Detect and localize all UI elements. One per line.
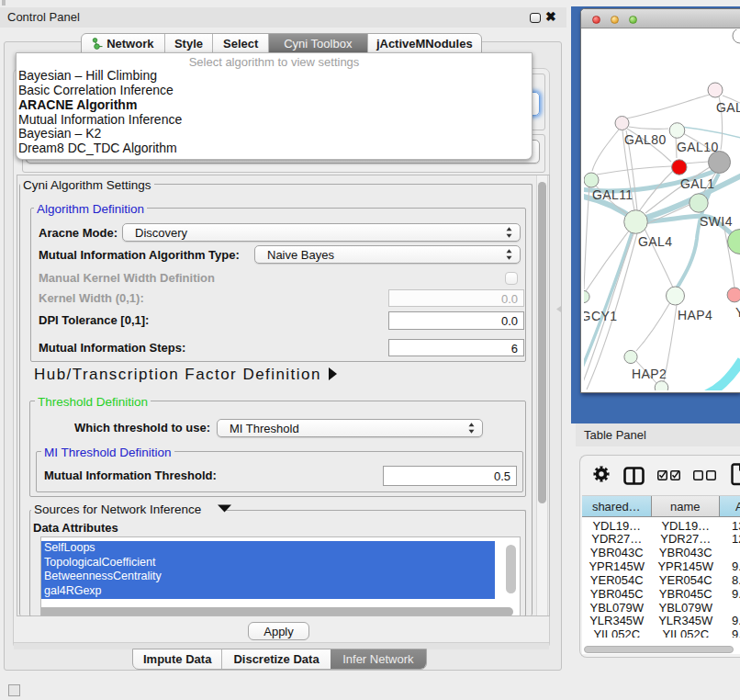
svg-text:GAL4: GAL4: [638, 234, 672, 249]
svg-text:SWI4: SWI4: [700, 214, 733, 229]
svg-text:HAP4: HAP4: [678, 308, 712, 322]
svg-text:GAL80: GAL80: [624, 132, 667, 147]
svg-text:GAL1: GAL1: [680, 176, 714, 191]
svg-text:GAL2: GAL2: [716, 100, 740, 115]
svg-text:GAL11: GAL11: [592, 187, 633, 202]
svg-text:Y: Y: [735, 305, 740, 320]
svg-text:GCY1: GCY1: [584, 309, 617, 323]
svg-text:GAL10: GAL10: [677, 140, 719, 154]
svg-text:HAP2: HAP2: [632, 367, 667, 381]
